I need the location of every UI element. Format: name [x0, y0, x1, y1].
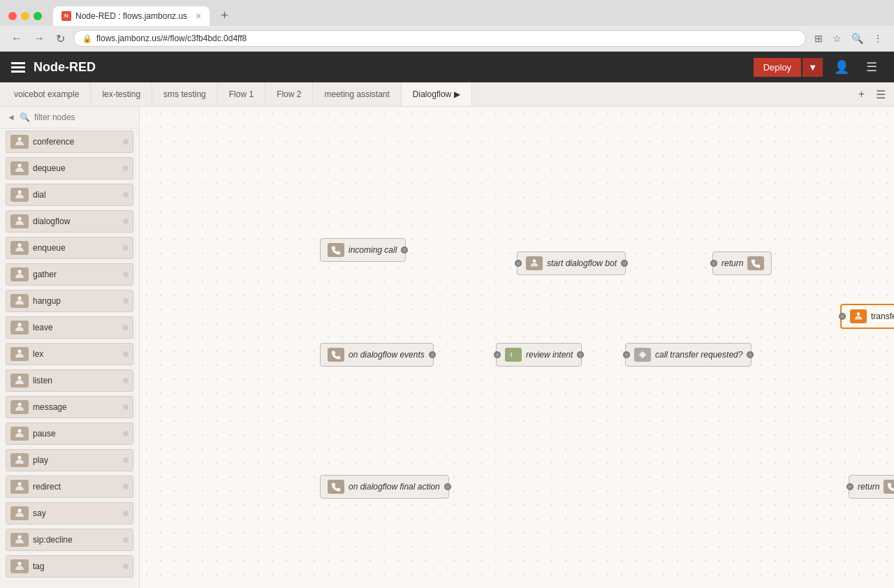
tab-bar-actions: + ☰: [853, 84, 891, 105]
nav-right-buttons: ⊞ ☆ 🔍 ⋮: [812, 31, 886, 45]
tag-node-handle: [123, 564, 129, 569]
svg-point-10: [18, 403, 22, 406]
svg-point-15: [18, 536, 22, 539]
return2-node[interactable]: return: [849, 475, 894, 499]
tab-dialogflow-arrow: ▶: [454, 89, 460, 99]
pause-node-handle: [123, 431, 129, 436]
sidebar-node-lex[interactable]: lex: [6, 343, 133, 365]
on-dialogflow-final-action-icon: [328, 480, 344, 494]
sidebar-node-leave[interactable]: leave: [6, 316, 133, 339]
svg-point-12: [18, 456, 22, 460]
forward-button[interactable]: →: [31, 31, 47, 46]
start-dialogflow-bot-output-port[interactable]: [621, 260, 628, 267]
app-header: Node-RED Deploy ▼ 👤 ☰: [0, 52, 894, 82]
browser-tab[interactable]: N Node-RED : flows.jambonz.us ×: [53, 6, 210, 26]
sidebar-node-dial[interactable]: dial: [6, 184, 133, 206]
browser-nav: ← → ↻ 🔒 flows.jambonz.us/#/flow/c3fb4bdc…: [0, 26, 894, 51]
app-logo: Node-RED: [11, 60, 96, 75]
call-transfer-requested-node[interactable]: call transfer requested?: [625, 343, 752, 367]
dequeue-node-icon: [10, 161, 29, 175]
transfer-to-agent-input-port[interactable]: [839, 313, 846, 320]
close-dot: [8, 12, 17, 20]
return1-icon: [747, 256, 764, 270]
tab-voicebot-example[interactable]: voicebot example: [3, 82, 91, 106]
settings-button[interactable]: ⋮: [870, 31, 886, 45]
logo-bar-1: [11, 62, 25, 64]
hangup-node-icon: [10, 294, 29, 308]
back-button[interactable]: ←: [8, 31, 25, 46]
bookmark-button[interactable]: ☆: [830, 31, 844, 45]
tag-node-icon: [10, 559, 29, 573]
review-intent-node[interactable]: f review intent: [496, 343, 582, 367]
on-dialogflow-events-output-port[interactable]: [429, 351, 436, 358]
svg-point-13: [18, 483, 22, 486]
browser-chrome: N Node-RED : flows.jambonz.us × + ← → ↻ …: [0, 0, 894, 52]
refresh-button[interactable]: ↻: [53, 31, 68, 47]
svg-text:f: f: [511, 352, 513, 359]
deploy-button[interactable]: Deploy: [754, 58, 801, 77]
sidebar-node-gather[interactable]: gather: [6, 263, 133, 286]
search-button[interactable]: 🔍: [849, 31, 866, 45]
tab-lex-testing[interactable]: lex-testing: [91, 82, 152, 106]
sidebar-node-say[interactable]: say: [6, 502, 133, 524]
tab-dialogflow[interactable]: Dialogflow ▶: [402, 82, 472, 106]
sidebar-node-redirect[interactable]: redirect: [6, 476, 133, 498]
sidebar-node-conference[interactable]: conference: [6, 131, 133, 153]
address-bar[interactable]: 🔒 flows.jambonz.us/#/flow/c3fb4bdc.0d4ff…: [73, 30, 806, 47]
add-tab-button[interactable]: +: [853, 84, 870, 105]
return2-icon: [884, 480, 894, 494]
tab-sms-testing[interactable]: sms testing: [152, 82, 218, 106]
sidebar-node-pause[interactable]: pause: [6, 422, 133, 445]
start-dialogflow-bot-input-port[interactable]: [515, 260, 522, 267]
sidebar-node-dequeue[interactable]: dequeue: [6, 157, 133, 179]
review-intent-input-port[interactable]: [494, 351, 501, 358]
sidebar-node-tag[interactable]: tag: [6, 555, 133, 578]
tab-meeting-assistant[interactable]: meeting assistant: [313, 82, 401, 106]
redirect-node-icon: [10, 480, 29, 494]
transfer-to-agent-node[interactable]: transfer to agent: [840, 304, 894, 329]
sidebar-node-enqueue[interactable]: enqueue: [6, 237, 133, 259]
flow-canvas[interactable]: incoming call start dialogflow bot retur…: [140, 107, 894, 588]
conference-node-handle: [123, 139, 129, 145]
listen-node-handle: [123, 378, 129, 383]
user-icon-button[interactable]: 👤: [828, 57, 855, 78]
lex-node-handle: [123, 351, 129, 357]
return1-node[interactable]: return: [712, 251, 772, 275]
leave-node-icon: [10, 321, 29, 335]
incoming-call-icon: [328, 243, 344, 257]
call-transfer-input-port[interactable]: [623, 351, 630, 358]
tab-list-button[interactable]: ☰: [870, 84, 891, 105]
sip-decline-node-icon: [10, 533, 29, 547]
on-dialogflow-events-node[interactable]: on dialogflow events: [320, 343, 434, 367]
return1-input-port[interactable]: [710, 260, 717, 267]
conference-node-label: conference: [33, 137, 119, 147]
incoming-call-node[interactable]: incoming call: [320, 238, 406, 262]
sidebar-collapse-button[interactable]: ◄: [7, 112, 15, 122]
filter-nodes-input[interactable]: [34, 112, 139, 122]
sidebar-node-message[interactable]: message: [6, 396, 133, 418]
start-dialogflow-bot-node[interactable]: start dialogflow bot: [517, 251, 626, 275]
new-tab-button[interactable]: +: [215, 6, 234, 26]
menu-button[interactable]: ☰: [860, 57, 883, 78]
tab-flow2[interactable]: Flow 2: [265, 82, 313, 106]
deploy-dropdown-button[interactable]: ▼: [803, 58, 823, 77]
sidebar-node-dialogflow[interactable]: dialogflow: [6, 210, 133, 233]
on-dialogflow-final-action-node[interactable]: on dialogflow final action: [320, 475, 449, 499]
svg-point-19: [857, 312, 860, 315]
sidebar-filter-bar: ◄ 🔍: [0, 107, 139, 128]
tab-flow1[interactable]: Flow 1: [218, 82, 265, 106]
play-node-label: play: [33, 455, 119, 465]
pause-node-icon: [10, 427, 29, 441]
svg-point-2: [18, 191, 22, 194]
return1-label: return: [721, 258, 743, 268]
sidebar-node-sip-decline[interactable]: sip:decline: [6, 529, 133, 551]
sidebar-node-play[interactable]: play: [6, 449, 133, 471]
extensions-button[interactable]: ⊞: [812, 31, 826, 45]
on-dialogflow-final-action-output-port[interactable]: [444, 483, 451, 490]
dialogflow-node-label: dialogflow: [33, 216, 119, 226]
gather-node-label: gather: [33, 270, 119, 279]
tab-close-btn[interactable]: ×: [196, 10, 201, 22]
sidebar-node-listen[interactable]: listen: [6, 369, 133, 392]
sidebar-node-hangup[interactable]: hangup: [6, 290, 133, 312]
return2-input-port[interactable]: [847, 483, 853, 490]
